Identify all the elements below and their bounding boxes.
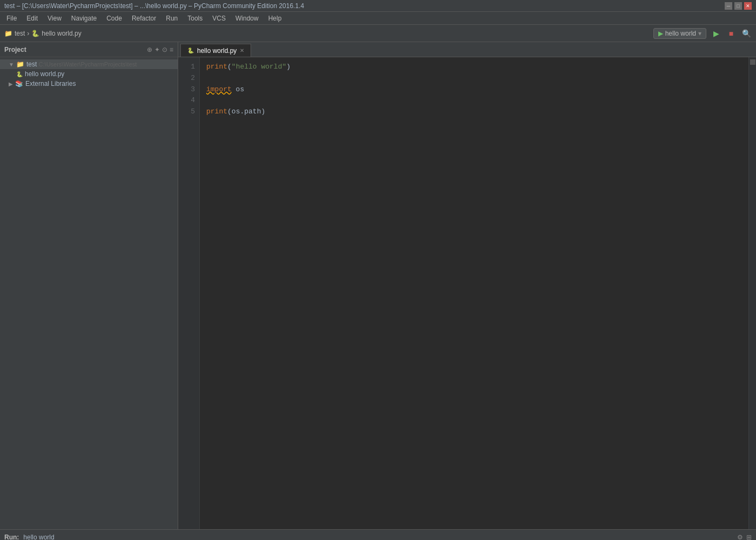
menu-item-run[interactable]: Run [161, 14, 182, 23]
menu-item-window[interactable]: Window [231, 14, 263, 23]
editor-area: 🐍 hello world.py ✕ 1 2 3 4 5 print("hell… [178, 42, 756, 529]
toolbar-right: ▶ hello world ▾ ▶ ■ 🔍 [653, 28, 752, 39]
ext-lib-arrow: ▶ [9, 81, 13, 87]
tab-file-icon: 🐍 [187, 48, 194, 53]
project-panel-header: Project ⊕ ✦ ⊙ ≡ [0, 42, 178, 57]
close-button[interactable]: ✕ [744, 2, 752, 10]
menu-item-edit[interactable]: Edit [22, 14, 42, 23]
menubar: FileEditViewNavigateCodeRefactorRunTools… [0, 12, 756, 25]
settings-action[interactable]: ⊙ [162, 46, 167, 53]
run-panel-title: Run: [4, 534, 19, 541]
run-config-selector[interactable]: ▶ hello world ▾ [653, 28, 706, 39]
stop-button[interactable]: ■ [726, 28, 737, 39]
library-icon: 📚 [15, 80, 23, 87]
run-config-run-name: hello world [23, 534, 54, 541]
menu-item-refactor[interactable]: Refactor [127, 14, 160, 23]
line-numbers: 1 2 3 4 5 [178, 57, 200, 529]
tree-root-label: test C:\Users\Water\PycharmProjects\test [26, 60, 137, 68]
search-button[interactable]: 🔍 [741, 28, 752, 39]
tab-label: hello world.py [197, 47, 237, 55]
menu-item-navigate[interactable]: Navigate [67, 14, 101, 23]
run-panel-pin[interactable]: ⊞ [746, 534, 752, 541]
code-line-1: print("hello world") [206, 62, 742, 73]
breadcrumb: 📁 test › 🐍 hello world.py [4, 30, 82, 37]
menu-item-file[interactable]: File [2, 14, 21, 23]
titlebar: test – [C:\Users\Water\PycharmProjects\t… [0, 0, 756, 12]
scroll-indicator[interactable] [750, 59, 755, 65]
folder-icon: 📁 [16, 60, 24, 68]
sync-action[interactable]: ⊕ [147, 46, 152, 53]
run-panel-header: Run: hello world ⚙ ⊞ [0, 530, 756, 540]
breadcrumb-file: hello world.py [42, 30, 81, 37]
code-editor[interactable]: 1 2 3 4 5 print("hello world") import os… [178, 57, 756, 529]
tree-file-label: hello world.py [25, 70, 64, 78]
toolbar: 📁 test › 🐍 hello world.py ▶ hello world … [0, 25, 756, 42]
breadcrumb-folder: test [15, 30, 25, 37]
menu-item-view[interactable]: View [43, 14, 66, 23]
run-panel-settings[interactable]: ⚙ [737, 534, 743, 541]
project-sidebar: Project ⊕ ✦ ⊙ ≡ ▼ 📁 test C:\Users\Water\… [0, 42, 178, 529]
right-tool-strip [748, 57, 756, 529]
run-config-name: hello world [665, 30, 696, 37]
code-content[interactable]: print("hello world") import os print(os.… [200, 57, 748, 529]
code-line-4 [206, 95, 742, 106]
menu-item-code[interactable]: Code [102, 14, 126, 23]
code-line-3: import os [206, 84, 742, 96]
editor-tab-hello-world[interactable]: 🐍 hello world.py ✕ [180, 44, 251, 57]
run-panel: Run: hello world ⚙ ⊞ ▶ ↑ ■ ↓ ⏸ ↩ ⊙ ⎘ ⊡ ✕… [0, 529, 756, 540]
editor-tabs: 🐍 hello world.py ✕ [178, 42, 756, 57]
run-button[interactable]: ▶ [711, 28, 721, 39]
tree-root-item[interactable]: ▼ 📁 test C:\Users\Water\PycharmProjects\… [0, 59, 178, 69]
project-panel-title: Project [4, 46, 26, 53]
titlebar-controls: ─ □ ✕ [725, 2, 752, 10]
titlebar-text: test – [C:\Users\Water\PycharmProjects\t… [4, 2, 304, 10]
tree-file-item[interactable]: 🐍 hello world.py [0, 69, 178, 79]
tree-ext-libraries-item[interactable]: ▶ 📚 External Libraries [0, 79, 178, 89]
run-panel-actions: ⚙ ⊞ [737, 534, 752, 541]
menu-item-help[interactable]: Help [264, 14, 286, 23]
minimize-button[interactable]: ─ [725, 2, 732, 10]
panel-actions: ⊕ ✦ ⊙ ≡ [147, 46, 173, 53]
tab-close-button[interactable]: ✕ [240, 48, 244, 53]
code-line-5: print(os.path) [206, 106, 742, 118]
tree-ext-libraries-label: External Libraries [25, 80, 76, 87]
maximize-button[interactable]: □ [734, 2, 742, 10]
project-tree: ▼ 📁 test C:\Users\Water\PycharmProjects\… [0, 57, 178, 529]
more-action[interactable]: ≡ [170, 46, 173, 53]
code-line-2 [206, 73, 742, 84]
menu-item-vcs[interactable]: VCS [208, 14, 230, 23]
python-file-icon: 🐍 [16, 71, 23, 77]
collapse-action[interactable]: ✦ [154, 46, 160, 53]
menu-item-tools[interactable]: Tools [183, 14, 207, 23]
main-content: Project ⊕ ✦ ⊙ ≡ ▼ 📁 test C:\Users\Water\… [0, 42, 756, 529]
expand-arrow: ▼ [9, 62, 14, 68]
